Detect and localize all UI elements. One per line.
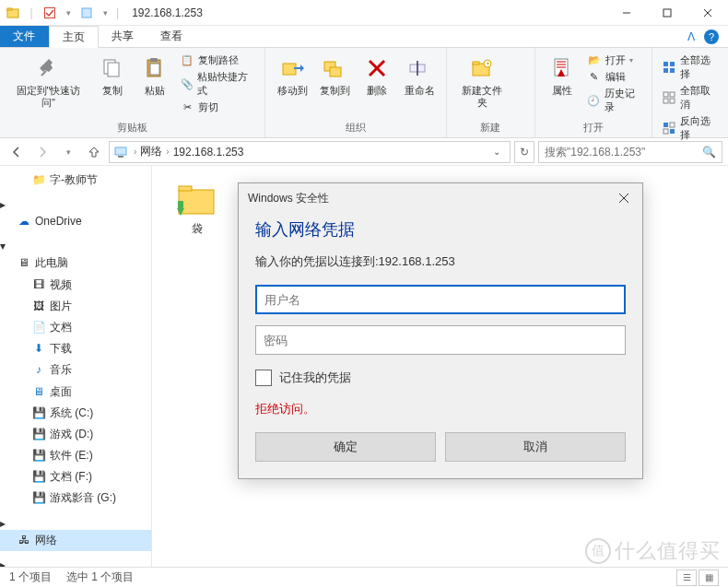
collapse-ribbon-icon[interactable]: ᐱ — [687, 30, 695, 43]
svg-rect-29 — [670, 68, 675, 73]
minimize-button[interactable] — [606, 0, 647, 26]
svg-rect-27 — [670, 62, 675, 66]
chevron-icon[interactable]: ▸ — [0, 517, 6, 530]
properties-button[interactable]: 属性 — [541, 52, 583, 99]
search-icon[interactable]: 🔍 — [702, 146, 716, 158]
tab-share[interactable]: 共享 — [99, 26, 147, 47]
new-item-icon — [516, 53, 525, 68]
maximize-button[interactable] — [647, 0, 687, 26]
move-to-icon — [277, 53, 307, 83]
tree-item-documents[interactable]: 📄文档 — [0, 317, 151, 338]
chevron-icon[interactable]: ▸ — [0, 198, 6, 211]
pc-icon: 🖥 — [17, 256, 31, 271]
tree-item-music[interactable]: ♪音乐 — [0, 359, 151, 381]
cancel-button[interactable]: 取消 — [445, 432, 626, 462]
recent-button[interactable]: ▾ — [57, 141, 79, 163]
username-input[interactable] — [255, 285, 626, 314]
onedrive-icon: ☁ — [17, 215, 31, 229]
invert-selection-icon — [662, 121, 675, 135]
icons-view-button[interactable]: ▦ — [699, 569, 719, 586]
back-button[interactable] — [6, 141, 28, 163]
svg-rect-3 — [82, 8, 91, 18]
remember-label: 记住我的凭据 — [279, 370, 351, 386]
dialog-header: 输入网络凭据 — [255, 217, 626, 250]
tree-item-drive-c[interactable]: 💾系统 (C:) — [0, 403, 151, 424]
svg-rect-12 — [150, 58, 158, 62]
checkbox-qat-icon[interactable] — [42, 6, 57, 20]
dialog-message: 输入你的凭据以连接到:192.168.1.253 — [255, 250, 626, 285]
move-to-button[interactable]: 移动到 — [271, 52, 313, 99]
details-view-button[interactable]: ☰ — [676, 569, 697, 586]
copy-button[interactable]: 复制 — [91, 52, 134, 99]
refresh-button[interactable]: ↻ — [514, 141, 534, 163]
tree-item-videos[interactable]: 🎞视频 — [0, 275, 151, 296]
search-box[interactable]: 🔍 — [538, 141, 722, 163]
refresh-dropdown-icon[interactable]: ⌄ — [487, 147, 506, 157]
shared-folder-icon — [175, 181, 219, 217]
forward-button[interactable] — [31, 141, 53, 163]
svg-text:✦: ✦ — [486, 61, 490, 66]
svg-rect-35 — [670, 123, 675, 127]
close-button[interactable] — [687, 0, 728, 26]
tree-item-this-pc[interactable]: 🖥此电脑 — [0, 252, 151, 274]
tree-item-drive-d[interactable]: 💾游戏 (D:) — [0, 424, 151, 445]
help-button[interactable]: ? — [704, 29, 719, 44]
ok-button[interactable]: 确定 — [255, 432, 436, 462]
search-input[interactable] — [545, 146, 702, 158]
chevron-down-icon[interactable]: ▾ — [0, 240, 6, 252]
group-open-label: 打开 — [535, 121, 652, 137]
tree-item-network[interactable]: 🖧网络 — [0, 530, 151, 551]
crumb-address[interactable]: 192.168.1.253 — [173, 146, 244, 158]
copy-path-button[interactable]: 📋复制路径 — [180, 53, 255, 68]
paste-button[interactable]: 粘贴 — [134, 52, 176, 99]
select-none-button[interactable]: 全部取消 — [662, 84, 719, 112]
desktop-icon: 🖥 — [31, 384, 46, 399]
password-input[interactable] — [255, 325, 626, 355]
history-button[interactable]: 🕘历史记录 — [587, 87, 643, 115]
tree-item-onedrive[interactable]: ☁OneDrive — [0, 211, 151, 232]
paste-icon — [140, 53, 170, 83]
delete-button[interactable]: 删除 — [356, 52, 398, 99]
watermark-icon: 值 — [585, 538, 611, 564]
properties-icon — [547, 53, 577, 83]
tab-home[interactable]: 主页 — [49, 26, 99, 48]
tab-file[interactable]: 文件 — [0, 26, 49, 47]
copy-icon — [98, 53, 127, 83]
navigation-bar: ▾ ›网络›192.168.1.253 ⌄ ↻ 🔍 — [0, 138, 728, 166]
pin-to-quick-access-button[interactable]: 固定到"快速访问" — [6, 52, 91, 111]
tree-item-drive-g[interactable]: 💾游戏影音 (G:) — [0, 487, 151, 509]
address-bar[interactable]: ›网络›192.168.1.253 ⌄ — [109, 141, 511, 163]
tree-item[interactable]: 📁字-教师节 — [0, 170, 151, 191]
paste-shortcut-button[interactable]: 📎粘贴快捷方式 — [180, 70, 255, 99]
svg-line-8 — [41, 71, 46, 76]
tree-item-drive-e[interactable]: 💾软件 (E:) — [0, 445, 151, 466]
tree-item-drive-f[interactable]: 💾文档 (F:) — [0, 466, 151, 487]
svg-rect-16 — [330, 67, 341, 76]
status-item-count: 1 个项目 — [9, 569, 52, 585]
tree-item-downloads[interactable]: ⬇下载 — [0, 338, 151, 359]
edit-button[interactable]: ✎编辑 — [587, 70, 643, 85]
tree-item-pictures[interactable]: 🖼图片 — [0, 296, 151, 317]
shared-folder-item[interactable]: 袋 — [161, 175, 233, 242]
invert-selection-button[interactable]: 反向选择 — [662, 114, 719, 143]
drive-icon: 💾 — [31, 470, 46, 485]
group-new-label: 新建 — [447, 121, 534, 137]
crumb-network[interactable]: 网络 — [140, 144, 162, 159]
rename-button[interactable]: 重命名 — [398, 52, 440, 99]
new-folder-button[interactable]: ✦ 新建文件夹 — [452, 52, 511, 111]
tree-item-desktop[interactable]: 🖥桌面 — [0, 382, 151, 403]
dialog-close-button[interactable] — [615, 189, 633, 207]
chevron-down-icon[interactable]: ▾ — [61, 6, 76, 20]
tab-view[interactable]: 查看 — [147, 26, 196, 47]
up-button[interactable] — [83, 141, 105, 163]
new-item-button[interactable] — [516, 53, 525, 68]
window-title: 192.168.1.253 — [124, 6, 606, 19]
qat-dropdown-icon[interactable]: ▾ — [98, 6, 112, 20]
remember-checkbox[interactable] — [255, 370, 272, 386]
cut-button[interactable]: ✂剪切 — [180, 100, 255, 115]
svg-rect-41 — [179, 186, 192, 191]
open-button[interactable]: 📂打开▾ — [587, 53, 643, 68]
select-all-button[interactable]: 全部选择 — [662, 53, 719, 82]
group-clipboard-label: 剪贴板 — [0, 121, 264, 137]
copy-to-button[interactable]: 复制到 — [313, 52, 356, 99]
